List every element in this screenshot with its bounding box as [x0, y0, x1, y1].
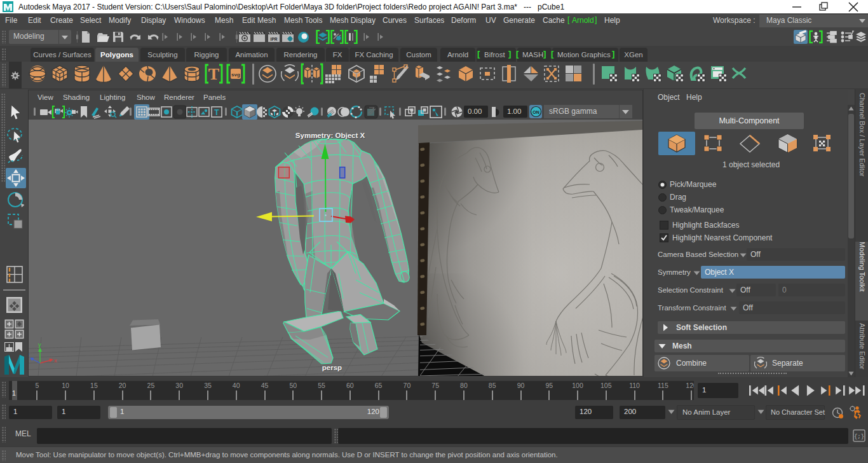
svg-text:x: x — [54, 357, 57, 364]
svg-text:ON: ON — [532, 110, 539, 114]
svg-text:T: T — [214, 108, 219, 117]
svg-text:IPR: IPR — [271, 37, 278, 41]
svg-text:{;}: {;} — [854, 434, 864, 440]
svg-text:z: z — [29, 351, 30, 358]
svg-text:persp: persp — [322, 364, 342, 371]
svg-text:svg: svg — [231, 72, 240, 78]
svg-text:T: T — [208, 65, 219, 83]
svg-text:y: y — [38, 341, 41, 348]
svg-text:Symmetry: Object X: Symmetry: Object X — [295, 132, 365, 139]
